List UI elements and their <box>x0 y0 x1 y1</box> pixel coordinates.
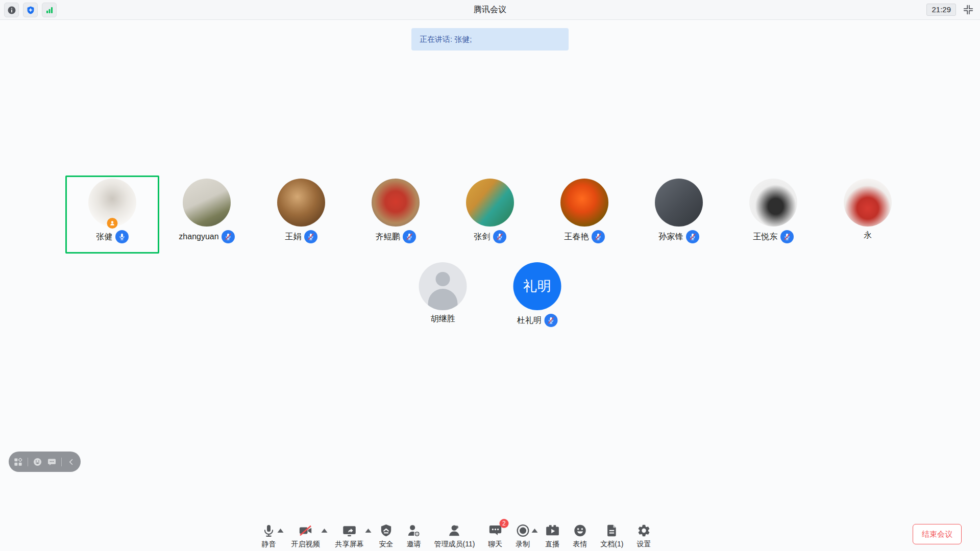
toolbar-label: 录制 <box>516 540 530 549</box>
avatar <box>183 179 231 227</box>
participant-tile-4[interactable]: 张剑 <box>443 176 537 254</box>
toolbar-item-share[interactable]: 共享屏幕 <box>335 523 364 549</box>
invite-icon <box>407 523 421 538</box>
shield-plus-icon <box>26 6 35 15</box>
participant-tile-7[interactable]: 王悦东 <box>726 176 820 254</box>
chevron-left-icon[interactable] <box>66 457 76 467</box>
mic-muted-icon <box>780 230 794 243</box>
participant-tile-5[interactable]: 王春艳 <box>537 176 631 254</box>
chat-unread-badge: 2 <box>499 519 508 528</box>
toolbar-label: 邀请 <box>407 540 421 549</box>
toolbar-item-gear[interactable]: 设置 <box>636 523 651 549</box>
toolbar-label: 开启视频 <box>291 540 320 549</box>
participant-name: 王悦东 <box>753 232 778 242</box>
avatar <box>655 179 703 227</box>
participant-tile-10[interactable]: 礼明杜礼明 <box>491 259 584 337</box>
avatar-image <box>749 179 797 227</box>
avatar <box>88 179 136 227</box>
toolbar-label: 共享屏幕 <box>335 540 364 549</box>
mic-muted-icon <box>592 230 605 243</box>
avatar <box>419 262 467 310</box>
participant-name: 永 <box>864 230 872 241</box>
participant-tile-9[interactable]: 胡继胜 <box>396 259 490 337</box>
divider <box>28 458 28 466</box>
window-titlebar: 腾讯会议 21:29 <box>0 0 980 20</box>
avatar-image: 礼明 <box>513 262 561 310</box>
mic-icon <box>262 523 276 538</box>
participant-name: 杜礼明 <box>517 315 542 326</box>
participant-row-2: 胡继胜礼明杜礼明 <box>396 259 584 337</box>
participant-name: 张健 <box>96 232 113 242</box>
toolbar-item-members[interactable]: 管理成员(11) <box>434 523 475 549</box>
record-icon <box>516 523 530 538</box>
avatar-image <box>183 179 231 227</box>
meeting-info-button[interactable] <box>4 3 19 17</box>
end-meeting-button[interactable]: 结束会议 <box>913 524 962 544</box>
toolbar-item-docs[interactable]: 文档(1) <box>600 523 623 549</box>
toolbar-label: 设置 <box>636 540 651 549</box>
divider <box>61 458 62 466</box>
toolbar-item-shield[interactable]: 安全 <box>379 523 394 549</box>
participant-tile-0[interactable]: 张健 <box>65 176 159 254</box>
participant-tile-2[interactable]: 王娟 <box>254 176 348 254</box>
docs-icon <box>605 523 619 538</box>
avatar <box>560 179 608 227</box>
active-speaker-banner: 正在讲话: 张健; <box>411 28 569 51</box>
participant-tile-3[interactable]: 齐鲲鹏 <box>349 176 443 254</box>
avatar-image <box>844 179 892 227</box>
participant-name: 王春艳 <box>565 232 589 242</box>
avatar-image <box>560 179 608 227</box>
emoji-icon[interactable] <box>33 457 42 467</box>
toolbar-label: 表情 <box>573 540 587 549</box>
layout-grid-icon[interactable] <box>13 457 23 467</box>
toolbar-item-camoff[interactable]: 开启视频 <box>291 523 320 549</box>
mic-muted-icon <box>222 230 235 243</box>
emoji-icon <box>573 523 587 538</box>
share-icon <box>342 523 357 538</box>
toolbar-item-mic[interactable]: 静音 <box>262 523 276 549</box>
mic-muted-icon <box>686 230 699 243</box>
participant-tile-1[interactable]: zhangyuan <box>160 176 254 254</box>
toolbar-label: 管理成员(11) <box>434 540 475 549</box>
caption-icon[interactable] <box>47 457 57 467</box>
participant-name: 张剑 <box>474 232 491 242</box>
toolbar-item-live[interactable]: 直播 <box>545 523 559 549</box>
mic-muted-icon <box>544 314 557 327</box>
expand-options-arrow[interactable] <box>322 529 328 533</box>
avatar-image <box>419 262 467 310</box>
network-signal-icon <box>45 6 54 15</box>
toolbar-item-emoji[interactable]: 表情 <box>573 523 587 549</box>
avatar-image <box>372 179 420 227</box>
host-badge-icon <box>107 218 118 229</box>
toolbar-label: 聊天 <box>488 540 502 549</box>
floating-mini-toolbar <box>9 452 81 472</box>
toolbar-item-record[interactable]: 录制 <box>516 523 530 549</box>
mic-on-icon <box>115 230 129 243</box>
expand-options-arrow[interactable] <box>365 529 372 533</box>
network-status-button[interactable] <box>42 3 57 17</box>
live-icon <box>545 523 559 538</box>
toolbar-item-chat[interactable]: 2聊天 <box>488 523 502 549</box>
health-protect-button[interactable] <box>23 3 38 17</box>
avatar <box>749 179 797 227</box>
gear-icon <box>636 523 651 538</box>
participant-name: 齐鲲鹏 <box>376 232 400 242</box>
participant-name: 胡继胜 <box>431 314 455 324</box>
participant-tile-8[interactable]: 永 <box>821 176 915 254</box>
participant-name: 孙家锋 <box>659 232 683 242</box>
meeting-clock: 21:29 <box>926 4 956 16</box>
shield-icon <box>379 523 394 538</box>
toolbar-item-invite[interactable]: 邀请 <box>407 523 421 549</box>
mic-muted-icon <box>493 230 506 243</box>
mic-muted-icon <box>304 230 317 243</box>
toolbar-label: 文档(1) <box>600 540 623 549</box>
expand-options-arrow[interactable] <box>278 529 284 533</box>
fullscreen-exit-icon[interactable] <box>963 4 974 15</box>
participant-name: zhangyuan <box>179 232 218 241</box>
toolbar-label: 安全 <box>379 540 394 549</box>
expand-options-arrow[interactable] <box>531 529 537 533</box>
members-icon <box>447 523 461 538</box>
avatar-image <box>655 179 703 227</box>
participant-tile-6[interactable]: 孙家锋 <box>632 176 726 254</box>
avatar-image <box>277 179 325 227</box>
